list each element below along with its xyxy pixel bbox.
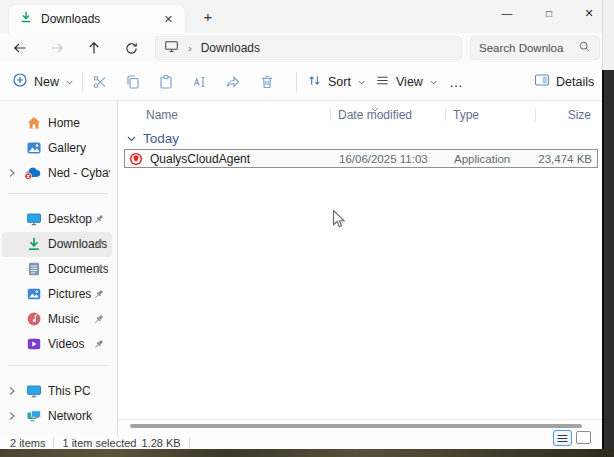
sidebar-item-network[interactable]: Network	[2, 404, 112, 429]
sidebar-item-label: Ned - Cybaverse	[48, 166, 110, 180]
pin-icon	[92, 287, 106, 301]
pin-icon	[92, 262, 106, 276]
pin-icon	[92, 312, 106, 326]
forward-button[interactable]	[45, 36, 69, 60]
column-divider[interactable]	[445, 108, 446, 122]
file-name: QualysCloudAgent	[150, 152, 250, 166]
explorer-body: Home Gallery Ned - Cybaverse	[0, 101, 602, 437]
titlebar: Downloads ✕ + — □ ✕	[0, 0, 602, 33]
documents-icon	[26, 261, 42, 277]
file-row-qualyscloudagent[interactable]: QualysCloudAgent 16/06/2025 11:03 Applic…	[124, 149, 598, 168]
column-headers: Name Date modified Type Size	[124, 104, 597, 126]
sidebar-item-music[interactable]: Music	[2, 307, 112, 332]
downloads-icon	[26, 236, 42, 252]
navigation-bar: › Downloads Search Downloa	[0, 33, 602, 63]
sidebar-item-onedrive[interactable]: Ned - Cybaverse	[2, 161, 112, 186]
group-header-today[interactable]: Today	[126, 128, 179, 148]
new-plus-icon	[12, 72, 28, 92]
delete-button[interactable]	[254, 69, 280, 95]
column-divider[interactable]	[535, 108, 536, 122]
toolbar-divider	[296, 72, 297, 92]
details-pane-icon	[534, 72, 550, 92]
paste-button[interactable]	[153, 69, 179, 95]
status-divider	[189, 438, 190, 448]
breadcrumb-separator: ›	[188, 42, 192, 54]
minimize-button[interactable]: —	[492, 0, 522, 26]
close-button[interactable]: ✕	[574, 0, 604, 26]
chevron-down-icon[interactable]	[126, 129, 137, 147]
details-pane-button[interactable]: Details	[530, 69, 598, 95]
sidebar-item-label: Network	[48, 409, 92, 423]
back-button[interactable]	[8, 36, 32, 60]
videos-icon	[26, 336, 42, 352]
column-header-date-modified[interactable]: Date modified	[330, 108, 445, 122]
tab-close-icon[interactable]: ✕	[160, 12, 177, 27]
sidebar-item-label: Music	[48, 312, 79, 326]
tab-downloads[interactable]: Downloads ✕	[8, 4, 186, 33]
sort-button[interactable]: Sort	[303, 69, 370, 95]
chevron-down-icon	[65, 73, 74, 91]
sidebar-item-documents[interactable]: Documents	[2, 257, 112, 282]
file-explorer-window: Downloads ✕ + — □ ✕	[0, 0, 602, 449]
icons-view-toggle[interactable]	[576, 431, 591, 444]
sidebar-item-videos[interactable]: Videos	[2, 332, 112, 357]
sidebar-divider	[8, 193, 108, 194]
new-label: New	[34, 75, 59, 89]
breadcrumb-item-downloads[interactable]: Downloads	[201, 41, 260, 55]
sidebar-item-label: This PC	[48, 384, 91, 398]
file-date-modified: 16/06/2025 11:03	[331, 153, 446, 165]
sidebar-item-pictures[interactable]: Pictures	[2, 282, 112, 307]
horizontal-scrollbar-thumb[interactable]	[130, 424, 582, 428]
sidebar-item-desktop[interactable]: Desktop	[2, 207, 112, 232]
search-input[interactable]: Search Downloa	[470, 36, 600, 60]
more-options-button[interactable]: …	[445, 69, 468, 95]
selected-count: 1 item selected	[62, 437, 136, 449]
copy-button[interactable]	[120, 69, 146, 95]
command-toolbar: New	[0, 63, 602, 101]
details-view-toggle[interactable]	[553, 430, 572, 446]
breadcrumb[interactable]: › Downloads	[155, 36, 462, 60]
home-icon	[26, 115, 42, 131]
column-header-type[interactable]: Type	[445, 108, 535, 122]
status-bar: 2 items 1 item selected 1.28 KB	[0, 437, 602, 449]
pin-icon	[92, 337, 106, 351]
chevron-right-icon[interactable]	[7, 384, 17, 402]
view-label: View	[396, 75, 423, 89]
mouse-cursor	[332, 209, 348, 235]
search-icon	[578, 39, 591, 57]
cut-button[interactable]	[87, 69, 113, 95]
music-icon	[26, 311, 42, 327]
new-tab-button[interactable]: +	[196, 7, 220, 27]
new-button[interactable]: New	[8, 69, 78, 95]
sidebar-item-this-pc[interactable]: This PC	[2, 379, 112, 404]
sidebar-item-label: Pictures	[48, 287, 91, 301]
sidebar-item-downloads[interactable]: Downloads	[2, 232, 112, 257]
sidebar-item-gallery[interactable]: Gallery	[2, 136, 112, 161]
rename-button[interactable]	[187, 69, 213, 95]
download-icon	[19, 10, 33, 28]
toolbar-divider	[82, 72, 83, 92]
desktop-wallpaper-strip	[0, 449, 614, 457]
refresh-button[interactable]	[119, 36, 143, 60]
sidebar-item-home[interactable]: Home	[2, 111, 112, 136]
gallery-icon	[26, 140, 42, 156]
maximize-button[interactable]: □	[534, 0, 564, 26]
up-button[interactable]	[82, 36, 106, 60]
onedrive-icon	[24, 165, 40, 181]
pictures-icon	[26, 286, 42, 302]
chevron-right-icon[interactable]	[7, 166, 17, 184]
share-button[interactable]	[220, 69, 246, 95]
file-list: Name Date modified Type Size Today	[118, 101, 602, 437]
tab-title: Downloads	[41, 12, 160, 26]
column-header-size[interactable]: Size	[535, 108, 595, 122]
column-header-name[interactable]: Name	[124, 108, 330, 122]
sidebar-divider	[8, 365, 108, 366]
column-divider[interactable]	[330, 108, 331, 122]
chevron-right-icon[interactable]	[7, 409, 17, 427]
horizontal-scrollbar[interactable]	[118, 419, 602, 437]
view-button[interactable]: View	[371, 69, 442, 95]
sidebar-item-label: Videos	[48, 337, 84, 351]
sort-icon	[307, 73, 322, 92]
pin-icon	[92, 212, 106, 226]
status-divider	[53, 438, 54, 448]
